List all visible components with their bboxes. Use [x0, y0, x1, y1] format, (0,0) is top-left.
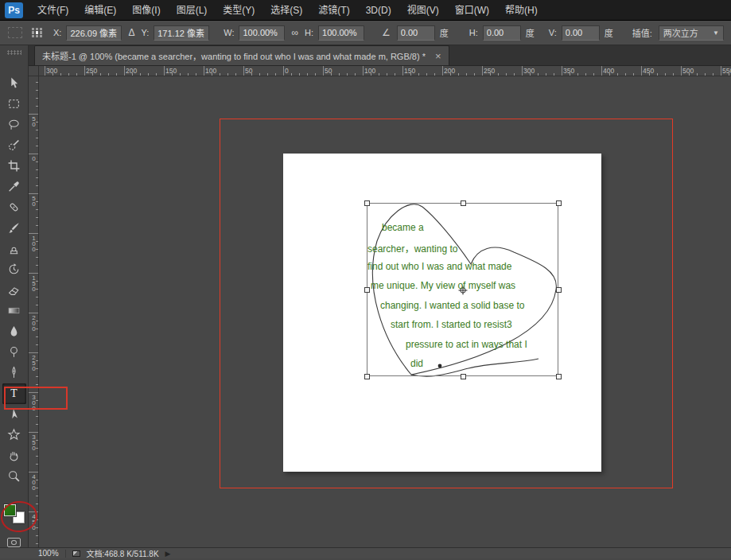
move-tool[interactable]	[2, 73, 26, 94]
ruler-tick	[29, 432, 38, 433]
ruler-tick	[140, 73, 141, 76]
transform-handle[interactable]	[364, 287, 370, 293]
canvas-text-line: became a	[382, 222, 424, 233]
relative-position-button[interactable]: Δ	[126, 27, 136, 38]
transform-handle[interactable]	[364, 200, 370, 206]
brush-tool[interactable]	[2, 218, 26, 239]
menu-type[interactable]: 类型(Y)	[215, 0, 262, 21]
canvas-viewport[interactable]: became asearcher，wanting tofind out who …	[39, 76, 731, 547]
ruler-tick	[29, 233, 38, 234]
ruler-tick	[172, 73, 173, 76]
status-expand-arrow[interactable]: ▶	[165, 550, 171, 558]
menu-window[interactable]: 窗口(W)	[447, 0, 497, 21]
ruler-tick	[196, 73, 196, 76]
ruler-tick	[36, 82, 38, 83]
ruler-tick	[45, 66, 45, 76]
ruler-tick	[251, 73, 252, 76]
menu-layer[interactable]: 图层(L)	[169, 0, 216, 21]
menu-select[interactable]: 选择(S)	[262, 0, 310, 21]
color-swatches[interactable]	[4, 504, 25, 523]
link-dimensions-icon[interactable]: ∞	[290, 27, 300, 38]
gradient-tool[interactable]	[2, 301, 26, 321]
ruler-tick	[68, 73, 69, 76]
ruler-tick	[132, 73, 133, 76]
path-selection-tool[interactable]	[2, 404, 26, 425]
x-input[interactable]	[66, 25, 122, 41]
transform-tool-icon	[8, 27, 22, 38]
transform-handle[interactable]	[364, 374, 370, 379]
ruler-tick	[36, 98, 38, 99]
menu-filter[interactable]: 滤镜(T)	[310, 0, 357, 21]
document-tab[interactable]: 未标题-1 @ 100% (became a searcher，wanting …	[34, 45, 449, 65]
eraser-tool[interactable]	[2, 280, 26, 301]
rotation-input[interactable]	[397, 25, 435, 41]
crop-tool[interactable]	[2, 156, 26, 177]
w-label: W:	[224, 28, 234, 37]
ruler-tick	[36, 106, 38, 107]
ruler-tick	[36, 527, 38, 528]
menu-edit[interactable]: 编辑(E)	[76, 0, 124, 21]
close-icon[interactable]: ×	[435, 51, 441, 61]
horizontal-ruler: 3002502001501005005010015020025030035040…	[39, 66, 731, 76]
zoom-level-field[interactable]: 100%	[38, 549, 59, 558]
marquee-tool[interactable]	[2, 94, 26, 115]
ruler-tick	[36, 257, 38, 258]
y-input[interactable]	[154, 25, 209, 41]
ruler-tick	[60, 73, 61, 76]
ruler-tick	[148, 73, 149, 76]
ruler-tick	[609, 73, 610, 76]
quick-selection-tool[interactable]	[2, 135, 26, 156]
history-brush-tool[interactable]	[2, 259, 26, 280]
reference-point-locator[interactable]	[32, 28, 42, 38]
history-icon	[7, 262, 21, 276]
ruler-tick	[36, 519, 38, 520]
ruler-label: 550	[722, 67, 731, 75]
hand-tool[interactable]	[2, 445, 26, 466]
ruler-tick	[36, 440, 38, 441]
ruler-tick	[474, 73, 475, 76]
lasso-tool[interactable]	[2, 115, 26, 135]
type-tool[interactable]: T	[2, 383, 26, 404]
transform-handle[interactable]	[556, 200, 562, 206]
ruler-tick	[530, 73, 531, 76]
menu-image[interactable]: 图像(I)	[124, 0, 168, 21]
ruler-tick	[593, 73, 594, 76]
menu-file[interactable]: 文件(F)	[29, 0, 76, 21]
skew-v-input[interactable]	[562, 25, 600, 41]
eyedropper-tool[interactable]	[2, 177, 26, 197]
skew-h-input[interactable]	[483, 25, 521, 41]
transform-handle[interactable]	[461, 200, 466, 206]
blur-icon	[7, 325, 21, 338]
eraser-icon	[7, 283, 21, 297]
pen-tool[interactable]	[2, 363, 26, 383]
custom-shape-tool[interactable]	[2, 425, 26, 445]
transform-handle[interactable]	[556, 374, 562, 379]
menu-3d[interactable]: 3D(D)	[358, 0, 399, 21]
canvas-text-line: changing. I wanted a solid base to	[380, 300, 524, 311]
foreground-color-swatch[interactable]	[4, 504, 16, 516]
blur-tool[interactable]	[2, 321, 26, 342]
transform-handle[interactable]	[461, 374, 466, 379]
ruler-tick	[164, 66, 165, 76]
ruler-tick	[522, 66, 523, 76]
menu-view[interactable]: 视图(V)	[399, 0, 447, 21]
ruler-tick	[554, 73, 554, 76]
ruler-tick	[220, 73, 220, 76]
clone-stamp-tool[interactable]	[2, 239, 26, 259]
width-input[interactable]	[239, 25, 285, 41]
ruler-tick	[36, 225, 38, 226]
crop-icon	[7, 159, 21, 173]
canvas-text-line: did	[410, 358, 423, 369]
interpolation-select[interactable]: 两次立方 ▼	[659, 25, 724, 41]
quick-mask-button[interactable]	[7, 538, 21, 547]
healing-brush-tool[interactable]	[2, 197, 26, 218]
ruler-tick	[498, 73, 499, 76]
zoom-tool[interactable]	[2, 466, 26, 487]
toolbar-grip[interactable]	[7, 50, 21, 55]
height-input[interactable]	[318, 25, 364, 41]
dodge-tool[interactable]	[2, 342, 26, 363]
menu-help[interactable]: 帮助(H)	[497, 0, 546, 21]
skew-h-label: H:	[469, 28, 478, 37]
ruler-tick	[36, 177, 38, 178]
transform-handle[interactable]	[556, 287, 562, 293]
